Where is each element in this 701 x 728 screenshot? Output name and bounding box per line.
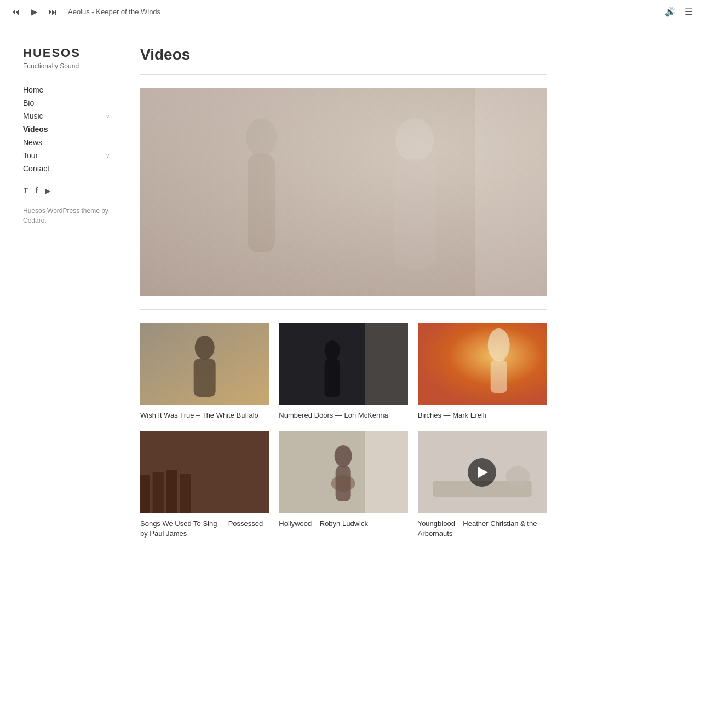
video-thumb-3	[418, 323, 547, 405]
svg-point-29	[331, 475, 355, 492]
footer-line1: Huesos WordPress theme by	[23, 207, 108, 215]
svg-rect-16	[418, 323, 547, 405]
player-right-controls: 🔊 ☰	[665, 7, 692, 17]
video-caption-1: Wish It Was True – The White Buffalo	[140, 411, 269, 420]
player-track-title: Aeolus - Keeper of the Winds	[68, 8, 160, 16]
featured-video-thumbnail	[140, 88, 547, 296]
video-caption-3: Birches — Mark Erelli	[418, 411, 547, 420]
page-title: Videos	[140, 46, 547, 63]
nav-menu: Home Bio Music ∨ Videos News Tour ∨ Cont…	[23, 85, 110, 173]
svg-point-32	[505, 466, 530, 486]
featured-video[interactable]	[140, 88, 547, 296]
bottom-divider	[140, 309, 547, 310]
facebook-icon: f	[36, 186, 38, 195]
svg-point-9	[195, 336, 215, 360]
video-item-2[interactable]: Numbered Doors — Lori McKenna	[279, 323, 407, 420]
nav-item-home: Home	[23, 85, 110, 94]
nav-link-bio[interactable]: Bio	[23, 99, 34, 107]
video-caption-2: Numbered Doors — Lori McKenna	[279, 411, 407, 420]
nav-item-bio: Bio	[23, 99, 110, 107]
volume-icon: 🔊	[665, 7, 676, 17]
nav-item-contact: Contact	[23, 164, 110, 173]
video-thumb-6	[418, 431, 547, 513]
video-item-4[interactable]: Songs We Used To Sing — Possessed by Pau…	[140, 431, 269, 539]
video-caption-4: Songs We Used To Sing — Possessed by Pau…	[140, 519, 269, 539]
video-thumb-2	[279, 323, 407, 405]
sidebar-footer: Huesos WordPress theme by Cedaro.	[23, 206, 110, 226]
video-item-1[interactable]: Wish It Was True – The White Buffalo	[140, 323, 269, 420]
nav-link-music[interactable]: Music	[23, 112, 106, 120]
main-content: Videos	[120, 46, 570, 728]
prev-icon: ⏮	[11, 7, 20, 17]
nav-link-contact[interactable]: Contact	[23, 164, 49, 173]
svg-rect-24	[180, 474, 191, 513]
video-caption-5: Hollywood – Robyn Ludwick	[279, 519, 407, 529]
facebook-link[interactable]: f	[36, 186, 38, 195]
next-icon: ⏭	[48, 7, 57, 17]
nav-link-videos[interactable]: Videos	[23, 125, 48, 134]
video-item-5[interactable]: Hollywood – Robyn Ludwick	[279, 431, 407, 539]
video-thumb-5	[279, 431, 407, 513]
social-icons: T f ▶	[23, 186, 110, 195]
svg-rect-10	[194, 359, 216, 397]
player-bar: ⏮ ▶ ⏭ Aeolus - Keeper of the Winds 🔊 ☰	[0, 0, 701, 24]
volume-button[interactable]: 🔊	[665, 7, 676, 17]
svg-rect-21	[140, 475, 150, 513]
nav-item-videos: Videos	[23, 125, 110, 134]
svg-rect-22	[153, 472, 164, 513]
youtube-link[interactable]: ▶	[45, 186, 50, 195]
play-icon: ▶	[31, 7, 37, 17]
svg-rect-0	[140, 88, 547, 296]
nav-link-news[interactable]: News	[23, 138, 42, 147]
sidebar: HUESOS Functionally Sound Home Bio Music…	[0, 46, 120, 728]
svg-rect-5	[393, 159, 436, 269]
svg-point-27	[335, 445, 352, 467]
nav-link-home[interactable]: Home	[23, 85, 43, 94]
svg-rect-23	[166, 470, 177, 513]
site-tagline: Functionally Sound	[23, 62, 110, 70]
tour-chevron-icon: ∨	[106, 153, 110, 159]
next-button[interactable]: ⏭	[46, 5, 59, 19]
nav-item-music: Music ∨	[23, 112, 110, 120]
video-item-6[interactable]: Youngblood – Heather Christian & the Arb…	[418, 431, 547, 539]
svg-rect-14	[325, 359, 340, 397]
top-divider	[140, 74, 547, 75]
footer-line2: Cedaro.	[23, 217, 47, 224]
play-overlay-6	[468, 458, 496, 487]
queue-button[interactable]: ☰	[685, 7, 692, 17]
play-button[interactable]: ▶	[28, 4, 39, 19]
svg-rect-18	[490, 360, 507, 393]
page-wrapper: HUESOS Functionally Sound Home Bio Music…	[0, 24, 701, 728]
svg-rect-26	[365, 431, 408, 513]
twitter-link[interactable]: T	[23, 186, 28, 195]
site-title: HUESOS	[23, 46, 110, 60]
video-caption-6: Youngblood – Heather Christian & the Arb…	[418, 519, 547, 539]
prev-button[interactable]: ⏮	[9, 5, 22, 19]
video-grid: Wish It Was True – The White Buffalo Num…	[140, 323, 547, 539]
svg-point-4	[395, 118, 434, 162]
youtube-icon: ▶	[45, 187, 50, 195]
svg-rect-6	[475, 88, 547, 296]
twitter-icon: T	[23, 186, 28, 195]
svg-rect-12	[365, 323, 408, 405]
music-chevron-icon: ∨	[106, 113, 110, 119]
svg-rect-1	[140, 88, 547, 296]
nav-link-tour[interactable]: Tour	[23, 151, 106, 160]
video-thumb-4	[140, 431, 269, 513]
video-item-3[interactable]: Birches — Mark Erelli	[418, 323, 547, 420]
queue-icon: ☰	[685, 7, 692, 17]
video-thumb-1	[140, 323, 269, 405]
nav-item-tour: Tour ∨	[23, 151, 110, 160]
svg-point-17	[487, 328, 509, 361]
svg-point-13	[325, 340, 340, 360]
svg-point-2	[246, 118, 277, 157]
player-controls: ⏮ ▶ ⏭	[9, 4, 59, 19]
svg-rect-3	[248, 154, 275, 252]
nav-item-news: News	[23, 138, 110, 147]
